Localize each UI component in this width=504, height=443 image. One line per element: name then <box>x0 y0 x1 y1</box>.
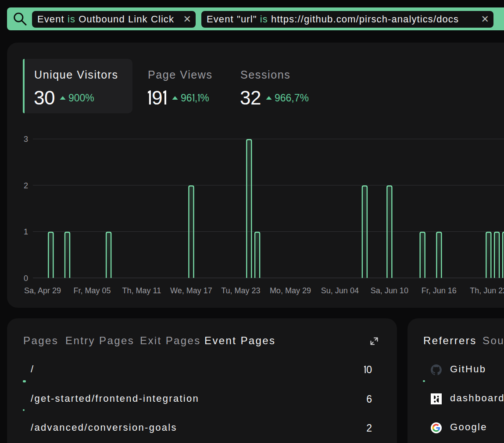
svg-text:Sa, Apr 29: Sa, Apr 29 <box>24 286 61 295</box>
svg-text:Th, May 11: Th, May 11 <box>122 286 161 295</box>
svg-text:Fr, Jun 16: Fr, Jun 16 <box>422 286 457 295</box>
svg-text:Su, Jun 04: Su, Jun 04 <box>321 286 359 295</box>
svg-text:0: 0 <box>24 274 28 283</box>
svg-text:Th, Jun 22: Th, Jun 22 <box>470 286 504 295</box>
svg-text:2: 2 <box>24 181 28 190</box>
svg-text:We, May 17: We, May 17 <box>170 286 212 295</box>
svg-text:Sa, Jun 10: Sa, Jun 10 <box>371 286 408 295</box>
svg-text:3: 3 <box>24 135 28 144</box>
svg-text:Mo, May 29: Mo, May 29 <box>270 286 311 295</box>
svg-text:Tu, May 23: Tu, May 23 <box>221 286 260 295</box>
svg-text:1: 1 <box>24 227 28 236</box>
svg-text:Fr, May 05: Fr, May 05 <box>73 286 111 295</box>
